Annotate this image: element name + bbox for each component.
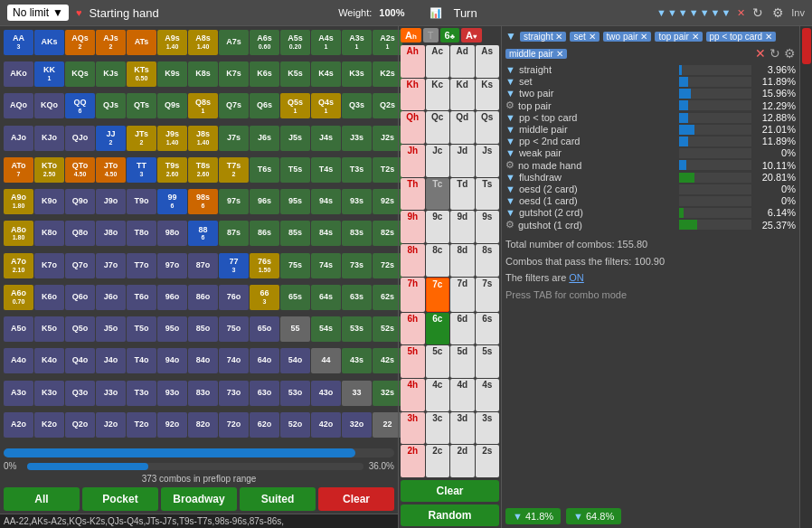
gear-gutshot1[interactable]: ⚙ (505, 219, 515, 231)
hand-cell-A9o[interactable]: A9o1.80 (4, 189, 33, 214)
hand-cell-83s[interactable]: 83s (342, 221, 372, 246)
turn-card-6c[interactable]: 6♣ (440, 28, 459, 42)
hand-cell-T9s[interactable]: T9s2.60 (157, 157, 187, 183)
hand-cell-74o[interactable]: 74o (219, 348, 249, 373)
filter-tag-twopair[interactable]: two pair ✕ (603, 32, 652, 42)
hand-cell-74s[interactable]: 74s (311, 253, 341, 278)
hand-cell-83o[interactable]: 83o (188, 381, 218, 406)
hand-cell-AQs[interactable]: AQs2 (65, 30, 95, 55)
turn-2s[interactable]: 2s (476, 445, 500, 477)
hand-cell-Q3s[interactable]: Q3s (342, 93, 372, 118)
hand-cell-94s[interactable]: 94s (311, 189, 341, 214)
hand-cell-97s[interactable]: 97s (219, 189, 249, 214)
suited-button[interactable]: Suited (240, 487, 316, 511)
hand-cell-T2o[interactable]: T2o (127, 412, 156, 438)
hand-cell-62o[interactable]: 62o (250, 412, 279, 438)
hand-cell-94o[interactable]: 94o (157, 348, 187, 373)
hand-cell-KJs[interactable]: KJs (96, 61, 126, 87)
far-right-scrollbar[interactable] (799, 26, 812, 528)
hand-cell-J5s[interactable]: J5s (280, 126, 310, 151)
hand-cell-32o[interactable]: 32o (342, 412, 372, 438)
hand-cell-87o[interactable]: 87o (188, 253, 218, 278)
hand-cell-ATo[interactable]: ATo7 (4, 157, 33, 183)
hand-cell-99[interactable]: 996 (157, 189, 187, 214)
turn-Th[interactable]: Th (401, 178, 425, 211)
hand-cell-T8s[interactable]: T8s2.60 (188, 157, 218, 183)
hand-cell-AQo[interactable]: AQo (4, 93, 33, 118)
hand-cell-54s[interactable]: 54s (311, 316, 341, 342)
hand-cell-A3o[interactable]: A3o (4, 381, 33, 406)
hand-cell-77[interactable]: 773 (219, 253, 249, 278)
hand-cell-KJo[interactable]: KJo (34, 126, 64, 151)
hand-cell-ATs[interactable]: ATs (127, 30, 156, 55)
hand-cell-KQo[interactable]: KQo (34, 93, 64, 118)
hand-cell-QJs[interactable]: QJs (96, 93, 126, 118)
hand-cell-QTo[interactable]: QTo4.50 (65, 157, 95, 183)
hand-cell-65o[interactable]: 65o (250, 316, 279, 342)
hand-cell-55[interactable]: 55 (280, 316, 310, 342)
horizontal-scrollbar[interactable] (4, 448, 394, 457)
funnel-oesd2[interactable]: ▼ (505, 184, 515, 194)
hand-cell-AKo[interactable]: AKo (4, 61, 33, 87)
hand-cell-A4o[interactable]: A4o (4, 348, 33, 373)
funnel-flushdraw[interactable]: ▼ (505, 172, 515, 183)
turn-2h[interactable]: 2h (401, 445, 425, 477)
hand-cell-Q4s[interactable]: Q4s1 (311, 93, 341, 118)
hand-cell-84s[interactable]: 84s (311, 221, 341, 246)
turn-card-ah2[interactable]: A♥ (461, 28, 482, 42)
hand-cell-J9s[interactable]: J9s1.40 (157, 126, 187, 151)
filter-badge-1[interactable]: ▼ 41.8% (505, 508, 561, 524)
hand-cell-A3s[interactable]: A3s1 (342, 30, 372, 55)
filter-tag-mp[interactable]: middle pair ✕ (505, 49, 567, 59)
hand-cell-97o[interactable]: 97o (157, 253, 187, 278)
hand-cell-75s[interactable]: 75s (280, 253, 310, 278)
turn-9d[interactable]: 9d (450, 211, 475, 243)
hand-cell-A2o[interactable]: A2o (4, 412, 33, 438)
turn-Td[interactable]: Td (450, 178, 475, 211)
turn-Js[interactable]: Js (476, 145, 500, 177)
hand-cell-K3o[interactable]: K3o (34, 381, 64, 406)
turn-Kh[interactable]: Kh (401, 79, 425, 111)
turn-Ts[interactable]: Ts (476, 178, 500, 211)
funnel-oesd1[interactable]: ▼ (505, 195, 515, 206)
hand-cell-66[interactable]: 663 (250, 285, 279, 310)
turn-9h[interactable]: 9h (401, 211, 425, 243)
close-x-btn[interactable]: ✕ (755, 46, 766, 61)
hand-cell-85s[interactable]: 85s (280, 221, 310, 246)
turn-4s[interactable]: 4s (476, 379, 500, 411)
hand-cell-T3s[interactable]: T3s (342, 157, 372, 183)
turn-7s[interactable]: 7s (476, 278, 500, 312)
turn-Qs[interactable]: Qs (476, 111, 500, 144)
hand-cell-85o[interactable]: 85o (188, 316, 218, 342)
hand-cell-84o[interactable]: 84o (188, 348, 218, 373)
filters-on-link[interactable]: ON (569, 272, 584, 283)
hand-cell-K4o[interactable]: K4o (34, 348, 64, 373)
hand-cell-73s[interactable]: 73s (342, 253, 372, 278)
turn-random-button[interactable]: Random (401, 504, 499, 526)
hand-cell-42o[interactable]: 42o (311, 412, 341, 438)
turn-clear-button[interactable]: Clear (401, 480, 499, 502)
limit-selector[interactable]: No limit ▼ (7, 5, 69, 21)
turn-Ad[interactable]: Ad (450, 45, 475, 78)
turn-7c[interactable]: 7c (426, 278, 450, 312)
turn-Jd[interactable]: Jd (450, 145, 475, 177)
turn-Qh[interactable]: Qh (401, 111, 425, 144)
turn-6s[interactable]: 6s (476, 313, 500, 345)
turn-Kc[interactable]: Kc (426, 79, 450, 111)
turn-8d[interactable]: 8d (450, 244, 475, 277)
hand-cell-J4o[interactable]: J4o (96, 348, 126, 373)
inv-label[interactable]: Inv (791, 7, 805, 18)
turn-7d[interactable]: 7d (450, 278, 475, 312)
turn-2d[interactable]: 2d (450, 445, 475, 477)
hand-cell-53o[interactable]: 53o (280, 381, 310, 406)
hand-cell-87s[interactable]: 87s (219, 221, 249, 246)
hand-cell-88[interactable]: 886 (188, 221, 218, 246)
hand-cell-J4s[interactable]: J4s (311, 126, 341, 151)
turn-Ah[interactable]: Ah (401, 45, 425, 78)
hand-cell-T3o[interactable]: T3o (127, 381, 156, 406)
filter-tag-toppair[interactable]: top pair ✕ (655, 32, 702, 42)
hand-cell-T7o[interactable]: T7o (127, 253, 156, 278)
hand-cell-J6o[interactable]: J6o (96, 285, 126, 310)
hand-cell-K9o[interactable]: K9o (34, 189, 64, 214)
hand-cell-96s[interactable]: 96s (250, 189, 279, 214)
